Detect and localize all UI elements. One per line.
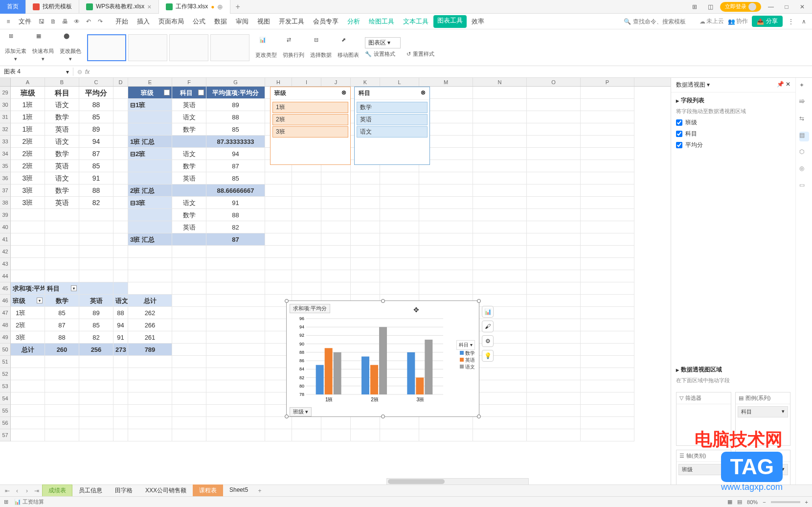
cell[interactable]: 1班 bbox=[11, 99, 45, 111]
cell[interactable] bbox=[581, 417, 634, 429]
cell[interactable] bbox=[321, 270, 351, 282]
cell[interactable]: 科目▾ bbox=[45, 282, 79, 295]
cell[interactable] bbox=[113, 136, 128, 148]
cell[interactable] bbox=[45, 221, 79, 233]
cell[interactable] bbox=[113, 99, 128, 111]
cell[interactable] bbox=[128, 356, 172, 368]
collapse-ribbon-icon[interactable]: ∧ bbox=[799, 17, 808, 26]
cell[interactable]: 88.66666667 bbox=[206, 184, 265, 197]
set-format-button[interactable]: 🔧 设置格式 bbox=[365, 50, 401, 58]
cell[interactable] bbox=[45, 270, 79, 282]
menu-文本工具[interactable]: 文本工具 bbox=[399, 15, 432, 28]
cell[interactable]: 1班 bbox=[11, 123, 45, 136]
cell[interactable] bbox=[113, 270, 128, 282]
slicer-item[interactable]: 语文 bbox=[357, 126, 428, 138]
col-header[interactable]: F bbox=[172, 78, 206, 86]
cell[interactable]: 班级▾ bbox=[128, 87, 172, 99]
cell[interactable] bbox=[128, 221, 172, 233]
cloud-status[interactable]: ☁ 未上云 bbox=[699, 17, 724, 25]
cell[interactable]: 85 bbox=[206, 172, 265, 184]
cell[interactable]: 87 bbox=[45, 319, 79, 331]
cell[interactable]: ⊟1班 bbox=[128, 99, 172, 111]
col-header[interactable]: N bbox=[473, 78, 527, 86]
cell[interactable] bbox=[206, 380, 265, 392]
cell[interactable] bbox=[79, 405, 113, 417]
cell[interactable] bbox=[527, 368, 581, 380]
cell[interactable] bbox=[473, 295, 527, 307]
cell[interactable] bbox=[206, 319, 265, 331]
cell[interactable] bbox=[292, 209, 321, 221]
cell[interactable] bbox=[292, 429, 321, 441]
slicer-item[interactable]: 英语 bbox=[357, 114, 428, 125]
cell[interactable] bbox=[45, 258, 79, 270]
cell[interactable] bbox=[113, 184, 128, 197]
field-item[interactable]: 科目 bbox=[676, 128, 790, 139]
col-header[interactable]: L bbox=[380, 78, 419, 86]
col-header[interactable]: D bbox=[113, 78, 128, 86]
style-thumb[interactable] bbox=[87, 34, 126, 61]
clear-filter-icon[interactable]: ⊗ bbox=[341, 89, 346, 97]
cell[interactable]: ⊟2班 bbox=[128, 148, 172, 160]
zoom-in-icon[interactable]: + bbox=[805, 499, 808, 505]
close-pane-icon[interactable]: ✕ bbox=[786, 81, 790, 88]
cell[interactable] bbox=[172, 405, 206, 417]
cell[interactable] bbox=[206, 307, 265, 319]
cell[interactable] bbox=[351, 258, 380, 270]
zoom-out-icon[interactable]: − bbox=[763, 499, 766, 505]
sheet-tab[interactable]: 课程表 bbox=[193, 484, 223, 497]
menu-插入[interactable]: 插入 bbox=[133, 15, 154, 28]
cell[interactable]: 语文 bbox=[45, 136, 79, 148]
cell[interactable] bbox=[473, 405, 527, 417]
tab-file-workbook3[interactable]: 工作簿3.xlsx●⊕ bbox=[159, 0, 231, 14]
menu-效率[interactable]: 效率 bbox=[468, 15, 488, 28]
cell[interactable] bbox=[527, 258, 581, 270]
cell[interactable] bbox=[11, 356, 45, 368]
cell[interactable] bbox=[45, 392, 79, 405]
cell[interactable]: 1班 bbox=[11, 307, 45, 319]
cell[interactable] bbox=[473, 172, 527, 184]
axis-zone-item[interactable]: 班级▾ bbox=[678, 464, 729, 475]
cell[interactable]: 2班 汇总 bbox=[128, 184, 172, 197]
cell[interactable]: 88 bbox=[206, 209, 265, 221]
cell[interactable] bbox=[473, 368, 527, 380]
share-button[interactable]: 📤 分享 bbox=[752, 16, 783, 27]
cell[interactable] bbox=[380, 197, 419, 209]
cell[interactable]: 87 bbox=[206, 160, 265, 172]
cell[interactable] bbox=[473, 233, 527, 246]
cell[interactable] bbox=[473, 344, 527, 356]
row-header[interactable]: 29 bbox=[0, 87, 11, 99]
cell[interactable] bbox=[265, 209, 292, 221]
row-header[interactable]: 32 bbox=[0, 123, 11, 136]
cell[interactable] bbox=[473, 209, 527, 221]
next-sheet-icon[interactable]: › bbox=[23, 486, 31, 495]
row-header[interactable]: 48 bbox=[0, 319, 11, 331]
cell[interactable] bbox=[581, 87, 634, 99]
horizontal-scrollbar[interactable] bbox=[386, 478, 529, 485]
maximize-button[interactable]: □ bbox=[781, 1, 792, 13]
cell[interactable] bbox=[292, 270, 321, 282]
cell[interactable]: 85 bbox=[206, 123, 265, 136]
cell[interactable] bbox=[321, 221, 351, 233]
zoom-slider[interactable] bbox=[771, 501, 800, 503]
tab-file-tutorial[interactable]: WPS表格教程.xlsx× bbox=[79, 0, 159, 14]
cell[interactable] bbox=[128, 380, 172, 392]
cell[interactable]: 数学 bbox=[45, 295, 79, 307]
col-header[interactable]: M bbox=[419, 78, 473, 86]
rail-icon[interactable]: ✦ bbox=[799, 82, 809, 92]
cell[interactable] bbox=[128, 368, 172, 380]
cell[interactable] bbox=[351, 429, 380, 441]
cell[interactable] bbox=[527, 282, 581, 295]
cell[interactable]: 英语 bbox=[45, 160, 79, 172]
cell[interactable]: 数学 bbox=[45, 111, 79, 123]
close-icon[interactable]: × bbox=[147, 3, 151, 11]
cell[interactable]: 256 bbox=[79, 344, 113, 356]
cell[interactable] bbox=[321, 258, 351, 270]
slicer-item[interactable]: 1班 bbox=[272, 102, 348, 113]
slicer-subject[interactable]: 科目⊗ 数学英语语文 bbox=[354, 87, 430, 165]
name-box[interactable]: 图表 4▾ bbox=[0, 68, 73, 76]
row-header[interactable]: 46 bbox=[0, 295, 11, 307]
cell[interactable] bbox=[527, 123, 581, 136]
cell[interactable] bbox=[79, 221, 113, 233]
cell[interactable] bbox=[113, 258, 128, 270]
cell[interactable] bbox=[581, 123, 634, 136]
